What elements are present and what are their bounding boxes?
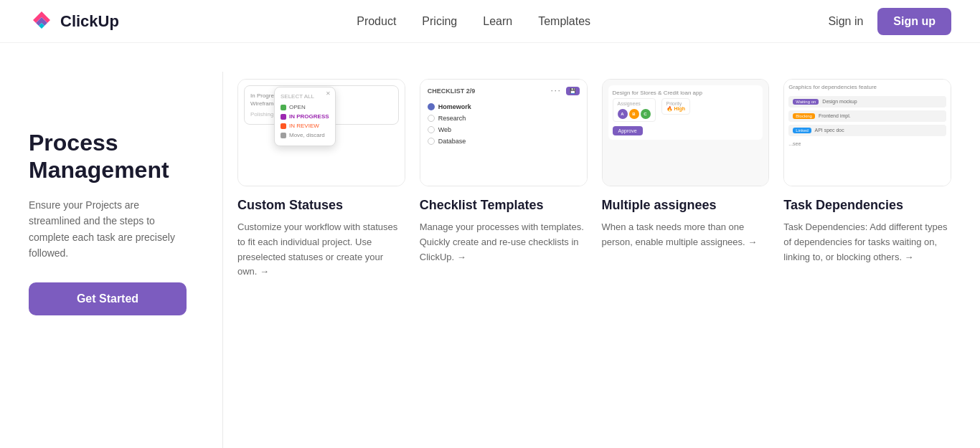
- custom-statuses-desc: Customize your workflow with statuses to…: [237, 220, 405, 280]
- feature-card-custom-statuses: In Progress Wireframes for land... Polis…: [237, 79, 405, 441]
- nav-product[interactable]: Product: [357, 15, 396, 28]
- logo[interactable]: ClickUp: [29, 9, 119, 34]
- vertical-divider: [222, 72, 223, 448]
- nav-links: Product Pricing Learn Templates: [357, 15, 590, 28]
- multiple-assignees-title: Multiple assignees: [602, 198, 770, 213]
- signup-button[interactable]: Sign up: [877, 8, 951, 35]
- main-content: Process Management Ensure your Projects …: [0, 43, 980, 448]
- checklist-templates-desc: Manage your processes with templates. Qu…: [420, 220, 588, 264]
- nav-learn[interactable]: Learn: [483, 15, 512, 28]
- mock-assignees-ui: Design for Slores & Credit loan app Assi…: [603, 80, 769, 186]
- features-grid: In Progress Wireframes for land... Polis…: [237, 72, 951, 448]
- mock-checklist-ui: CHECKLIST 2/9 · · · 💾 Homework Research: [420, 80, 587, 186]
- custom-statuses-image: In Progress Wireframes for land... Polis…: [237, 79, 405, 186]
- checklist-templates-image: CHECKLIST 2/9 · · · 💾 Homework Research: [420, 79, 588, 186]
- feature-card-checklist-templates: CHECKLIST 2/9 · · · 💾 Homework Research: [420, 79, 588, 441]
- nav-actions: Sign in Sign up: [828, 8, 951, 35]
- feature-card-multiple-assignees: Design for Slores & Credit loan app Assi…: [602, 79, 770, 441]
- feature-card-task-dependencies: Graphics for dependencies feature Waitin…: [783, 79, 951, 441]
- nav-templates[interactable]: Templates: [538, 15, 590, 28]
- get-started-button[interactable]: Get Started: [29, 282, 187, 315]
- page-title: Process Management: [29, 129, 187, 184]
- mock-statuses-ui: In Progress Wireframes for land... Polis…: [238, 80, 405, 186]
- multiple-assignees-desc: When a task needs more than one person, …: [602, 220, 770, 250]
- task-dependencies-desc: Task Dependencies: Add different types o…: [783, 220, 951, 264]
- custom-statuses-title: Custom Statuses: [237, 198, 405, 213]
- logo-text: ClickUp: [60, 12, 119, 31]
- clickup-logo-icon: [29, 9, 55, 34]
- navbar: ClickUp Product Pricing Learn Templates …: [0, 0, 980, 43]
- mock-deps-ui: Graphics for dependencies feature Waitin…: [784, 80, 951, 186]
- task-dependencies-title: Task Dependencies: [783, 198, 951, 213]
- checklist-templates-title: Checklist Templates: [420, 198, 588, 213]
- left-sidebar: Process Management Ensure your Projects …: [29, 72, 208, 448]
- page-description: Ensure your Projects are streamlined and…: [29, 197, 187, 262]
- multiple-assignees-image: Design for Slores & Credit loan app Assi…: [602, 79, 770, 186]
- signin-link[interactable]: Sign in: [828, 15, 863, 28]
- nav-pricing[interactable]: Pricing: [422, 15, 457, 28]
- task-dependencies-image: Graphics for dependencies feature Waitin…: [783, 79, 951, 186]
